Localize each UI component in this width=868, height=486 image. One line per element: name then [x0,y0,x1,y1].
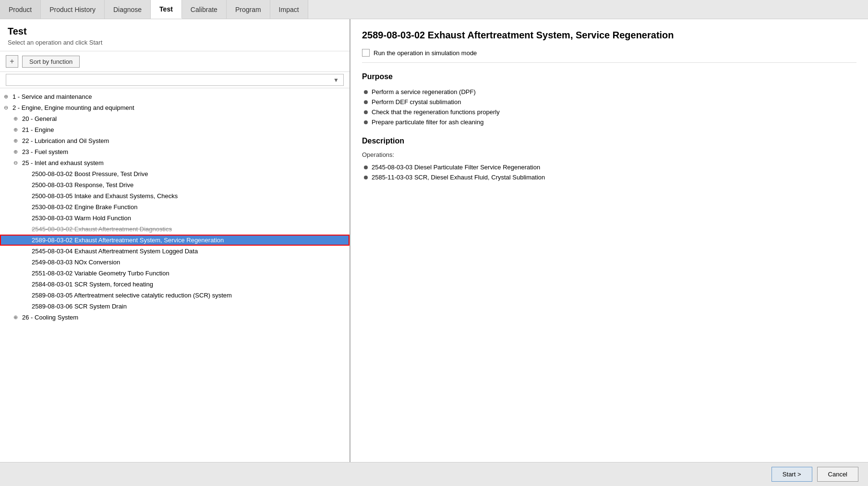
nav-tab-diagnose[interactable]: Diagnose [105,0,151,19]
search-input[interactable] [6,74,344,86]
tree-toggle-icon[interactable]: ⊖ [13,160,20,166]
plus-button[interactable]: + [6,55,18,68]
panel-title: Test [8,26,342,37]
tree-item-label: 25 - Inlet and exhaust system [22,159,346,166]
top-navigation: ProductProduct HistoryDiagnoseTestCalibr… [0,0,868,19]
bullet-icon [364,120,368,124]
toolbar: + Sort by function [0,51,350,72]
purpose-list: Perform a service regeneration (DPF)Perf… [362,87,856,127]
tree-item-label: 26 - Cooling System [22,314,346,321]
nav-tab-test[interactable]: Test [151,0,182,19]
tree-toggle-icon[interactable]: ⊕ [4,94,11,100]
bullet-icon [364,90,368,94]
purpose-list-item: Check that the regeneration functions pr… [364,107,856,117]
tree-item-label: 2584-08-03-01 SCR System, forced heating [32,281,346,288]
tree-toggle-icon[interactable]: ⊕ [13,116,20,122]
tree-item-label: 2500-08-03-02 Boost Pressure, Test Drive [32,170,346,178]
tree-item-label: 2589-08-03-05 Aftertreatment selective c… [32,292,346,299]
tree-item[interactable]: ⊕21 - Engine [0,124,350,135]
tree-item-label: 2549-08-03-03 NOx Conversion [32,259,346,266]
operations-list: 2545-08-03-03 Diesel Particulate Filter … [362,162,856,182]
tree-item[interactable]: 2530-08-03-03 Warm Hold Function [0,213,350,224]
purpose-item-text: Perform a service regeneration (DPF) [372,88,476,95]
start-button[interactable]: Start > [772,467,812,482]
tree-item[interactable]: 2545-08-03-02 Exhaust Aftertreatment Dia… [0,224,350,235]
purpose-item-text: Prepare particulate filter for ash clean… [372,119,483,126]
tree-item[interactable]: 2500-08-03-02 Boost Pressure, Test Drive [0,168,350,179]
nav-tab-calibrate[interactable]: Calibrate [182,0,227,19]
operation-item-text: 2585-11-03-03 SCR, Diesel Exhaust Fluid,… [372,174,545,181]
tree-item-label: 2589-08-03-02 Exhaust Aftertreatment Sys… [32,237,346,244]
bullet-icon [364,110,368,114]
tree-item[interactable]: 2500-08-03-03 Response, Test Drive [0,179,350,190]
tree-item[interactable]: ⊖25 - Inlet and exhaust system [0,157,350,168]
tree-item[interactable]: 2584-08-03-01 SCR System, forced heating [0,279,350,290]
detail-title: 2589-08-03-02 Exhaust Aftertreatment Sys… [362,29,856,41]
nav-tab-product[interactable]: Product [0,0,41,19]
tree-item-label: 23 - Fuel system [22,148,346,155]
tree-item[interactable]: 2549-08-03-03 NOx Conversion [0,257,350,268]
description-section: Description Operations: 2545-08-03-03 Di… [362,137,856,182]
tree-toggle-icon[interactable]: ⊕ [13,127,20,133]
tree-item[interactable]: 2589-08-03-06 SCR System Drain [0,301,350,312]
tree-item[interactable]: ⊕23 - Fuel system [0,146,350,157]
simulation-checkbox[interactable] [362,49,370,57]
sort-by-function-button[interactable]: Sort by function [22,56,80,68]
tree-toggle-icon[interactable]: ⊕ [13,138,20,144]
bullet-icon [364,100,368,104]
tree-toggle-icon[interactable]: ⊖ [4,105,11,111]
purpose-heading: Purpose [362,72,856,81]
nav-tab-impact[interactable]: Impact [270,0,308,19]
tree-item-label: 22 - Lubrication and Oil System [22,137,346,144]
operation-list-item: 2585-11-03-03 SCR, Diesel Exhaust Fluid,… [364,172,856,182]
tree-item-label: 2589-08-03-06 SCR System Drain [32,303,346,310]
main-layout: Test Select an operation and click Start… [0,19,868,462]
bullet-icon [364,176,368,179]
tree-item[interactable]: ⊖2 - Engine, Engine mounting and equipme… [0,102,350,113]
simulation-label: Run the operation in simulation mode [374,49,477,57]
nav-tab-program[interactable]: Program [227,0,270,19]
tree-item[interactable]: 2589-08-03-05 Aftertreatment selective c… [0,290,350,301]
tree-item[interactable]: 2500-08-03-05 Intake and Exhaust Systems… [0,190,350,202]
tree-toggle-icon[interactable]: ⊕ [13,314,20,320]
tree-item[interactable]: 2551-08-03-02 Variable Geometry Turbo Fu… [0,268,350,279]
tree-item-label: 2500-08-03-03 Response, Test Drive [32,181,346,189]
tree-item[interactable]: 2589-08-03-02 Exhaust Aftertreatment Sys… [0,235,350,246]
tree-item[interactable]: ⊕22 - Lubrication and Oil System [0,135,350,146]
purpose-item-text: Perform DEF crystal sublimation [372,98,461,106]
tree-item-label: 2530-08-03-02 Engine Brake Function [32,203,346,211]
tree-item-label: 2545-08-03-04 Exhaust Aftertreatment Sys… [32,248,346,255]
tree-item-label: 1 - Service and maintenance [12,93,346,100]
panel-subtitle: Select an operation and click Start [8,39,342,46]
tree-item-label: 2500-08-03-05 Intake and Exhaust Systems… [32,192,346,200]
purpose-item-text: Check that the regeneration functions pr… [372,108,500,116]
left-header: Test Select an operation and click Start [0,19,350,51]
tree-item-label: 20 - General [22,115,346,122]
cancel-button[interactable]: Cancel [817,467,858,482]
tree-container: ⊕1 - Service and maintenance⊖2 - Engine,… [0,88,350,462]
tree-item[interactable]: 2545-08-03-04 Exhaust Aftertreatment Sys… [0,246,350,257]
bottom-bar: Start > Cancel [0,462,868,486]
tree-item-label: 21 - Engine [22,126,346,133]
simulation-row: Run the operation in simulation mode [362,49,856,63]
right-panel: 2589-08-03-02 Exhaust Aftertreatment Sys… [350,19,868,462]
description-heading: Description [362,137,856,145]
operations-label: Operations: [362,151,856,158]
nav-tab-product-history[interactable]: Product History [41,0,105,19]
bullet-icon [364,166,368,169]
purpose-section: Purpose Perform a service regeneration (… [362,72,856,127]
operation-item-text: 2545-08-03-03 Diesel Particulate Filter … [372,164,540,171]
left-panel: Test Select an operation and click Start… [0,19,350,462]
tree-toggle-icon[interactable]: ⊕ [13,149,20,155]
tree-item[interactable]: ⊕1 - Service and maintenance [0,91,350,102]
tree-item[interactable]: 2530-08-03-02 Engine Brake Function [0,202,350,213]
tree-item[interactable]: ⊕20 - General [0,113,350,124]
operation-list-item: 2545-08-03-03 Diesel Particulate Filter … [364,162,856,172]
tree-item-label: 2551-08-03-02 Variable Geometry Turbo Fu… [32,270,346,277]
search-row: ▼ [0,72,350,88]
tree-item-label: 2545-08-03-02 Exhaust Aftertreatment Dia… [32,225,346,233]
purpose-list-item: Perform a service regeneration (DPF) [364,87,856,97]
tree-item[interactable]: ⊕26 - Cooling System [0,312,350,323]
purpose-list-item: Perform DEF crystal sublimation [364,97,856,107]
plus-icon: + [10,57,14,66]
